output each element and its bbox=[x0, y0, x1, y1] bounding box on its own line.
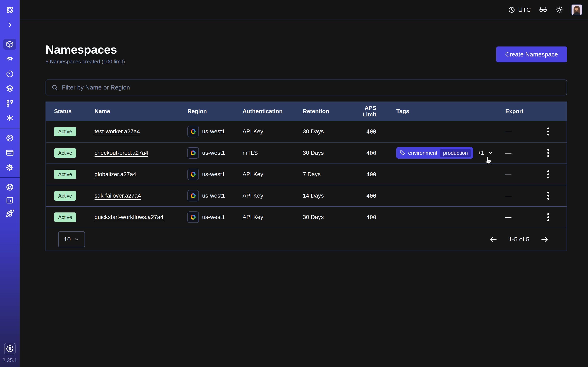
previous-page-button[interactable] bbox=[488, 234, 499, 245]
row-menu-button[interactable] bbox=[545, 146, 552, 159]
sidebar-item-eye[interactable] bbox=[0, 53, 20, 64]
gcp-logo-icon bbox=[187, 147, 199, 159]
row-menu-button[interactable] bbox=[545, 125, 552, 138]
arrow-right-icon bbox=[540, 235, 549, 243]
status-badge: Active bbox=[54, 148, 76, 158]
lifebuoy-icon bbox=[6, 183, 14, 192]
namespace-link[interactable]: checkout-prod.a27a4 bbox=[95, 150, 148, 156]
namespace-link[interactable]: globalizer.a27a4 bbox=[95, 171, 136, 177]
auth-label: API Key bbox=[242, 214, 303, 220]
region-label: us-west1 bbox=[202, 150, 225, 156]
kebab-icon bbox=[547, 127, 550, 136]
cube-icon bbox=[6, 40, 14, 48]
retention-label: 14 Days bbox=[303, 192, 350, 199]
namespace-link[interactable]: quickstart-workflows.a27a4 bbox=[95, 214, 164, 220]
aps-limit-value: 400 bbox=[350, 193, 376, 199]
sidebar-item-settings[interactable] bbox=[0, 162, 20, 173]
branch-icon bbox=[6, 99, 14, 108]
table-header-row: Status Name Region Authentication Retent… bbox=[46, 102, 567, 121]
status-badge: Active bbox=[54, 212, 76, 222]
orbit-logo-icon[interactable] bbox=[0, 4, 20, 15]
row-menu-button[interactable] bbox=[545, 189, 552, 202]
status-badge: Active bbox=[54, 127, 76, 136]
eye-icon bbox=[6, 55, 14, 63]
sidebar: 2.35.1 bbox=[0, 0, 20, 367]
table-row: Active globalizer.a27a4 us-west1 API Key… bbox=[46, 164, 567, 185]
region-label: us-west1 bbox=[202, 128, 225, 135]
col-status: Status bbox=[54, 108, 95, 115]
table-row: Active sdk-failover.a27a4 us-west1 API K… bbox=[46, 185, 567, 206]
retention-label: 30 Days bbox=[303, 214, 350, 220]
aps-limit-value: 400 bbox=[350, 128, 376, 135]
gear-icon bbox=[6, 163, 14, 172]
page-header: Namespaces 5 Namespaces created (100 lim… bbox=[45, 43, 567, 65]
col-aps-limit: APS Limit bbox=[350, 105, 376, 118]
sidebar-item-asterisk[interactable] bbox=[0, 113, 20, 124]
export-value: — bbox=[505, 150, 538, 156]
sidebar-item-usage[interactable] bbox=[0, 133, 20, 143]
col-tags: Tags bbox=[376, 108, 505, 115]
theme-toggle[interactable] bbox=[555, 6, 563, 14]
timezone-selector[interactable]: UTC bbox=[508, 6, 531, 13]
sidebar-divider bbox=[0, 177, 20, 178]
sidebar-item-billing[interactable] bbox=[0, 147, 20, 158]
gcp-logo-icon bbox=[187, 126, 199, 137]
labs-toggle[interactable] bbox=[539, 6, 547, 14]
more-tags-toggle[interactable]: +1 bbox=[478, 150, 494, 156]
col-export: Export bbox=[505, 108, 538, 115]
badge-dollar-icon bbox=[6, 345, 14, 352]
tag-chip[interactable]: environment production bbox=[396, 147, 473, 159]
filter-bar[interactable] bbox=[45, 80, 567, 95]
col-name: Name bbox=[95, 108, 187, 115]
sidebar-item-feedback[interactable] bbox=[0, 195, 20, 206]
sparkles-icon bbox=[6, 196, 14, 204]
region-label: us-west1 bbox=[202, 192, 225, 199]
aps-limit-value: 400 bbox=[350, 171, 376, 178]
export-value: — bbox=[505, 192, 538, 199]
namespace-link[interactable]: test-worker.a27a4 bbox=[95, 128, 140, 134]
namespaces-table: Status Name Region Authentication Retent… bbox=[45, 101, 567, 251]
asterisk-icon bbox=[6, 114, 14, 122]
col-retention: Retention bbox=[303, 108, 350, 115]
search-icon bbox=[51, 84, 58, 91]
sidebar-item-namespaces[interactable] bbox=[3, 39, 16, 50]
region-label: us-west1 bbox=[202, 214, 225, 220]
table-row: Active checkout-prod.a27a4 us-west1 mTLS… bbox=[46, 142, 567, 164]
more-tags-count: +1 bbox=[478, 150, 484, 156]
sidebar-divider bbox=[0, 128, 20, 128]
arrow-left-icon bbox=[489, 235, 498, 243]
create-namespace-button[interactable]: Create Namespace bbox=[496, 47, 567, 62]
gauge-icon bbox=[6, 134, 14, 142]
avatar[interactable] bbox=[571, 4, 582, 15]
sidebar-item-getting-started[interactable] bbox=[0, 208, 20, 219]
col-authentication: Authentication bbox=[242, 108, 303, 115]
table-footer: 10 1-5 of 5 bbox=[46, 228, 567, 250]
version-label: 2.35.1 bbox=[0, 357, 20, 364]
gcp-logo-icon bbox=[187, 169, 199, 180]
sidebar-item-branch[interactable] bbox=[0, 98, 20, 109]
auth-label: mTLS bbox=[242, 150, 303, 156]
sidebar-item-layers[interactable] bbox=[0, 83, 20, 94]
page-size-select[interactable]: 10 bbox=[58, 231, 85, 247]
sun-icon bbox=[555, 6, 563, 14]
kebab-icon bbox=[547, 191, 550, 200]
region-label: us-west1 bbox=[202, 171, 225, 178]
table-row: Active test-worker.a27a4 us-west1 API Ke… bbox=[46, 121, 567, 142]
chevron-right-icon[interactable] bbox=[0, 19, 20, 30]
kebab-icon bbox=[547, 213, 550, 222]
credit-card-icon bbox=[6, 149, 14, 157]
page-title: Namespaces bbox=[45, 43, 125, 57]
export-value: — bbox=[505, 171, 538, 178]
sidebar-item-credits[interactable] bbox=[4, 343, 16, 354]
sidebar-item-support[interactable] bbox=[0, 182, 20, 193]
row-menu-button[interactable] bbox=[545, 211, 552, 224]
sidebar-item-timer[interactable] bbox=[0, 68, 20, 80]
namespace-link[interactable]: sdk-failover.a27a4 bbox=[95, 192, 141, 199]
filter-input[interactable] bbox=[62, 84, 561, 91]
tag-value: production bbox=[440, 149, 471, 157]
status-badge: Active bbox=[54, 170, 76, 179]
status-badge: Active bbox=[54, 191, 76, 201]
chevron-down-icon bbox=[487, 150, 493, 156]
next-page-button[interactable] bbox=[539, 234, 550, 245]
row-menu-button[interactable] bbox=[545, 168, 552, 181]
